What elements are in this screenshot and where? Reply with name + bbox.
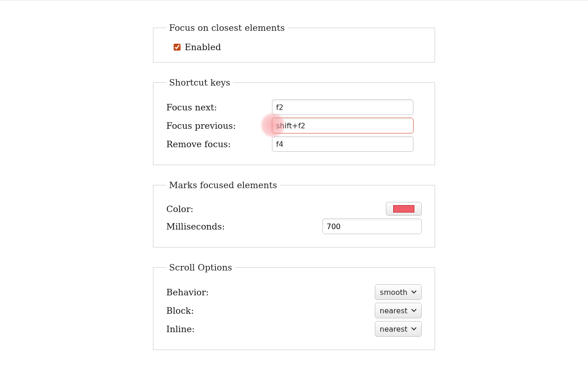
milliseconds-spinner[interactable] (322, 218, 422, 234)
block-label: Block: (166, 305, 272, 316)
shortcut-keys-legend: Shortcut keys (166, 77, 233, 87)
color-swatch-icon (393, 205, 414, 213)
shortcut-keys-fieldset: Shortcut keys Focus next: Focus previous… (153, 77, 435, 165)
color-label: Color: (166, 204, 272, 214)
behavior-value: smooth (380, 288, 407, 297)
chevron-down-icon (411, 309, 417, 312)
focus-closest-legend: Focus on closest elements (166, 23, 288, 33)
block-value: nearest (380, 306, 407, 315)
enabled-label: Enabled (185, 42, 221, 52)
marks-legend: Marks focused elements (166, 180, 280, 190)
focus-previous-label: Focus previous: (166, 121, 272, 131)
block-select[interactable]: nearest (375, 303, 422, 318)
scroll-options-fieldset: Scroll Options Behavior: smooth Block: n… (153, 262, 435, 350)
color-picker-button[interactable] (386, 202, 422, 216)
inline-label: Inline: (166, 324, 272, 334)
focus-next-input[interactable] (272, 99, 413, 115)
marks-fieldset: Marks focused elements Color: Millisecon… (153, 180, 435, 247)
enabled-checkbox[interactable] (174, 44, 181, 51)
inline-select[interactable]: nearest (375, 321, 422, 337)
chevron-down-icon (411, 290, 417, 294)
scroll-options-legend: Scroll Options (166, 262, 235, 272)
behavior-select[interactable]: smooth (375, 284, 422, 300)
milliseconds-input[interactable] (323, 219, 422, 234)
focus-next-label: Focus next: (166, 102, 272, 112)
focus-previous-input[interactable] (272, 118, 413, 133)
chevron-down-icon (411, 327, 417, 331)
milliseconds-label: Milliseconds: (166, 221, 272, 231)
remove-focus-label: Remove focus: (166, 139, 272, 149)
remove-focus-input[interactable] (272, 136, 413, 152)
behavior-label: Behavior: (166, 287, 272, 297)
focus-closest-fieldset: Focus on closest elements Enabled (153, 23, 435, 63)
inline-value: nearest (380, 325, 407, 334)
